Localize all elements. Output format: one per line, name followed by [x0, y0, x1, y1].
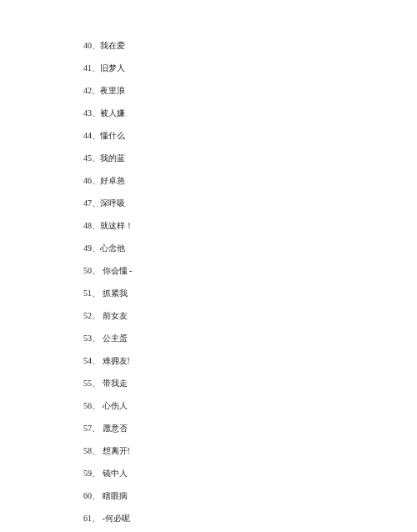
- item-number: 54: [83, 356, 92, 365]
- list-item: 41、旧梦人: [83, 64, 417, 73]
- numbered-list: 40、我在爱41、旧梦人42、夜里浪43、被人嫌44、懂什么45、我的蓝46、好…: [83, 42, 417, 532]
- item-number: 49: [83, 243, 92, 253]
- item-separator: 、: [92, 446, 100, 455]
- list-item: 54、 难拥友!: [83, 357, 417, 365]
- list-item: 50、 你会懂 -: [83, 267, 417, 275]
- item-text: 被人嫌: [100, 108, 125, 118]
- item-text: 我的蓝: [100, 153, 125, 163]
- item-separator: 、: [92, 514, 100, 523]
- item-separator: 、: [92, 469, 100, 478]
- item-separator: 、: [92, 176, 100, 185]
- item-text: 公主蛋: [100, 334, 128, 343]
- item-text: 前女友: [100, 311, 128, 320]
- item-text: -何必呢: [100, 514, 130, 523]
- item-separator: 、: [92, 334, 100, 343]
- item-separator: 、: [92, 379, 100, 388]
- item-text: 我在爱: [100, 41, 125, 50]
- item-number: 41: [83, 63, 92, 73]
- list-item: 48、就这样！: [83, 222, 417, 230]
- list-item: 45、我的蓝: [83, 154, 417, 163]
- item-number: 40: [83, 41, 92, 50]
- item-separator: 、: [92, 63, 100, 73]
- item-number: 46: [83, 176, 92, 185]
- item-separator: 、: [92, 401, 100, 410]
- list-item: 42、夜里浪: [83, 87, 417, 95]
- item-number: 47: [83, 198, 92, 208]
- item-number: 61: [83, 514, 92, 523]
- item-text: 深呼吸: [100, 198, 125, 208]
- item-number: 60: [83, 491, 92, 500]
- list-item: 51、 抓紧我: [83, 289, 417, 298]
- list-item: 55、 带我走: [83, 379, 417, 388]
- list-item: 46、好卓急: [83, 177, 417, 185]
- item-number: 53: [83, 334, 92, 343]
- item-text: 愿意否: [100, 424, 128, 433]
- item-separator: 、: [92, 41, 100, 50]
- item-text: 好卓急: [100, 176, 125, 185]
- item-number: 56: [83, 401, 92, 410]
- item-separator: 、: [92, 153, 100, 163]
- item-text: 抓紧我: [100, 289, 128, 298]
- list-item: 56、 心伤人: [83, 402, 417, 410]
- item-number: 43: [83, 108, 92, 118]
- item-number: 52: [83, 311, 92, 320]
- item-separator: 、: [92, 356, 100, 365]
- item-number: 51: [83, 289, 92, 298]
- item-text: 想离开!: [100, 446, 130, 455]
- item-text: 夜里浪: [100, 86, 125, 95]
- list-item: 61、 -何必呢: [83, 514, 417, 523]
- item-separator: 、: [92, 424, 100, 433]
- list-item: 47、深呼吸: [83, 199, 417, 208]
- item-text: 懂什么: [100, 131, 125, 140]
- item-number: 44: [83, 131, 92, 140]
- item-number: 55: [83, 379, 92, 388]
- list-item: 58、 想离开!: [83, 447, 417, 455]
- item-text: 就这样！: [100, 221, 133, 230]
- item-separator: 、: [92, 243, 100, 253]
- item-separator: 、: [92, 311, 100, 320]
- item-separator: 、: [92, 198, 100, 208]
- item-separator: 、: [92, 131, 100, 140]
- item-text: 带我走: [100, 379, 128, 388]
- item-separator: 、: [92, 221, 100, 230]
- list-item: 43、被人嫌: [83, 109, 417, 118]
- item-separator: 、: [92, 86, 100, 95]
- list-item: 57、 愿意否: [83, 424, 417, 433]
- item-number: 58: [83, 446, 92, 455]
- item-number: 50: [83, 266, 92, 275]
- item-separator: 、: [92, 108, 100, 118]
- item-separator: 、: [92, 266, 100, 275]
- item-separator: 、: [92, 491, 100, 500]
- item-text: 难拥友!: [100, 356, 130, 365]
- list-item: 49、心念他: [83, 244, 417, 253]
- item-text: 镜中人: [100, 469, 128, 478]
- item-separator: 、: [92, 289, 100, 298]
- list-item: 40、我在爱: [83, 42, 417, 50]
- item-text: 心伤人: [100, 401, 128, 410]
- item-number: 59: [83, 469, 92, 478]
- item-number: 42: [83, 86, 92, 95]
- list-item: 52、 前女友: [83, 312, 417, 320]
- item-number: 48: [83, 221, 92, 230]
- item-number: 45: [83, 153, 92, 163]
- item-text: 心念他: [100, 243, 125, 253]
- list-item: 60、 瞎眼病: [83, 492, 417, 500]
- item-text: 瞎眼病: [100, 491, 128, 500]
- item-number: 57: [83, 424, 92, 433]
- list-item: 44、懂什么: [83, 132, 417, 140]
- item-text: 旧梦人: [100, 63, 125, 73]
- list-item: 53、 公主蛋: [83, 334, 417, 343]
- item-text: 你会懂 -: [100, 266, 132, 275]
- list-item: 59、 镜中人: [83, 469, 417, 478]
